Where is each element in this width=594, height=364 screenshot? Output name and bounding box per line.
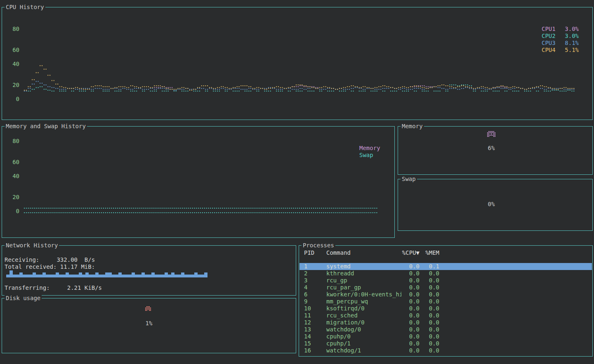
process-mem: 0.0 [420, 340, 439, 347]
process-pid: 10 [304, 305, 326, 312]
process-cpu: 0.0 [401, 263, 420, 270]
processes-panel: Processes PID Command %CPU▼ %MEM 1system… [299, 245, 593, 357]
process-table-body: 1systemd0.00.12kthreadd0.00.03rcu_gp0.00… [299, 263, 592, 354]
column-header-cpu[interactable]: %CPU▼ [401, 249, 420, 256]
process-pid: 12 [304, 319, 326, 326]
process-mem: 0.0 [420, 298, 439, 305]
process-command: cpuhp/1 [326, 340, 401, 347]
network-receive-sparkline [6, 269, 207, 277]
process-pid: 14 [304, 333, 326, 340]
swap-percent: 0% [479, 201, 504, 208]
process-command: mm_percpu_wq [326, 298, 401, 305]
process-pid: 16 [304, 347, 326, 354]
process-command: migration/0 [326, 319, 401, 326]
process-row[interactable]: 3rcu_gp0.00.0 [299, 277, 592, 284]
memory-gauge-panel: Memory 6% [398, 126, 593, 175]
process-pid: 9 [304, 298, 326, 305]
process-pid: 3 [304, 277, 326, 284]
column-header-pid[interactable]: PID [304, 249, 326, 256]
memory-swap-legend-item: Memory [359, 145, 380, 152]
memory-swap-history-panel: Memory and Swap History 806040200 Memory… [2, 126, 395, 238]
process-row[interactable]: 10ksoftirqd/00.00.0 [299, 305, 592, 312]
process-cpu: 0.0 [401, 333, 420, 340]
swap-gauge-title: Swap [401, 176, 417, 183]
process-cpu: 0.0 [401, 305, 420, 312]
process-cpu: 0.0 [401, 312, 420, 319]
process-command: watchdog/1 [326, 347, 401, 354]
process-pid: 2 [304, 270, 326, 277]
disk-usage-title: Disk usage [5, 295, 42, 302]
process-pid: 6 [304, 291, 326, 298]
process-mem: 0.1 [420, 263, 439, 270]
process-row[interactable]: 11rcu_sched0.00.0 [299, 312, 592, 319]
disk-usage-panel: Disk usage 1% [2, 298, 296, 353]
cpu-legend-item: CPU13.0% [542, 26, 579, 33]
network-transferring-line: Transferring: 2.21 KiB/s [5, 284, 102, 291]
process-command: kthreadd [326, 270, 401, 277]
process-cpu: 0.0 [401, 340, 420, 347]
process-command: ksoftirqd/0 [326, 305, 401, 312]
process-pid: 15 [304, 340, 326, 347]
process-cpu: 0.0 [401, 326, 420, 333]
process-cpu: 0.0 [401, 319, 420, 326]
swap-gauge-panel: Swap 0% [398, 179, 593, 231]
process-mem: 0.0 [420, 347, 439, 354]
process-row[interactable]: 2kthreadd0.00.0 [299, 270, 592, 277]
process-row[interactable]: 4rcu_par_gp0.00.0 [299, 284, 592, 291]
process-mem: 0.0 [420, 326, 439, 333]
process-cpu: 0.0 [401, 291, 420, 298]
process-command: rcu_par_gp [326, 284, 401, 291]
process-pid: 13 [304, 326, 326, 333]
process-command: rcu_gp [326, 277, 401, 284]
process-row[interactable]: 13watchdog/00.00.0 [299, 326, 592, 333]
cpu-history-panel: CPU History 806040200 CPU13.0%CPU23.0%CP… [2, 7, 593, 120]
process-mem: 0.0 [420, 312, 439, 319]
process-command: systemd [326, 263, 401, 270]
process-cpu: 0.0 [401, 284, 420, 291]
process-row[interactable]: 12migration/00.00.0 [299, 319, 592, 326]
process-command: kworker/0:0H-events_high [326, 291, 401, 298]
cpu-history-chart [2, 7, 592, 120]
process-mem: 0.0 [420, 270, 439, 277]
cpu-legend-item: CPU45.1% [542, 47, 579, 54]
process-mem: 0.0 [420, 291, 439, 298]
disk-usage-percent: 1% [137, 320, 161, 327]
process-mem: 0.0 [420, 319, 439, 326]
process-pid: 1 [304, 263, 326, 270]
process-row[interactable]: 14cpuhp/00.00.0 [299, 333, 592, 340]
cpu-legend-item: CPU38.1% [542, 40, 579, 47]
process-mem: 0.0 [420, 277, 439, 284]
process-mem: 0.0 [420, 333, 439, 340]
cpu-legend-item: CPU23.0% [542, 33, 579, 40]
process-row[interactable]: 9mm_percpu_wq0.00.0 [299, 298, 592, 305]
process-mem: 0.0 [420, 305, 439, 312]
process-mem: 0.0 [420, 284, 439, 291]
process-row[interactable]: 6kworker/0:0H-events_high0.00.0 [299, 291, 592, 298]
column-header-command[interactable]: Command [326, 249, 401, 256]
process-cpu: 0.0 [401, 298, 420, 305]
process-cpu: 0.0 [401, 347, 420, 354]
process-pid: 4 [304, 284, 326, 291]
process-row[interactable]: 16watchdog/10.00.0 [299, 347, 592, 354]
process-pid: 11 [304, 312, 326, 319]
memory-gauge-title: Memory [401, 123, 424, 130]
process-command: cpuhp/0 [326, 333, 401, 340]
memory-percent: 6% [479, 145, 504, 152]
process-row[interactable]: 15cpuhp/10.00.0 [299, 340, 592, 347]
memory-swap-history-chart [2, 127, 394, 237]
process-command: watchdog/0 [326, 326, 401, 333]
process-command: rcu_sched [326, 312, 401, 319]
column-header-mem[interactable]: %MEM [420, 249, 439, 256]
process-cpu: 0.0 [401, 277, 420, 284]
process-cpu: 0.0 [401, 270, 420, 277]
network-receiving-line: Receiving: 332.00 B/s [5, 256, 95, 263]
network-history-panel: Network History Receiving: 332.00 B/s To… [2, 245, 296, 296]
network-history-title: Network History [5, 242, 59, 249]
process-table-header: PID Command %CPU▼ %MEM [299, 249, 592, 256]
memory-swap-legend-item: Swap [359, 152, 373, 159]
processes-title: Processes [302, 242, 335, 249]
process-row[interactable]: 1systemd0.00.1 [299, 263, 592, 270]
